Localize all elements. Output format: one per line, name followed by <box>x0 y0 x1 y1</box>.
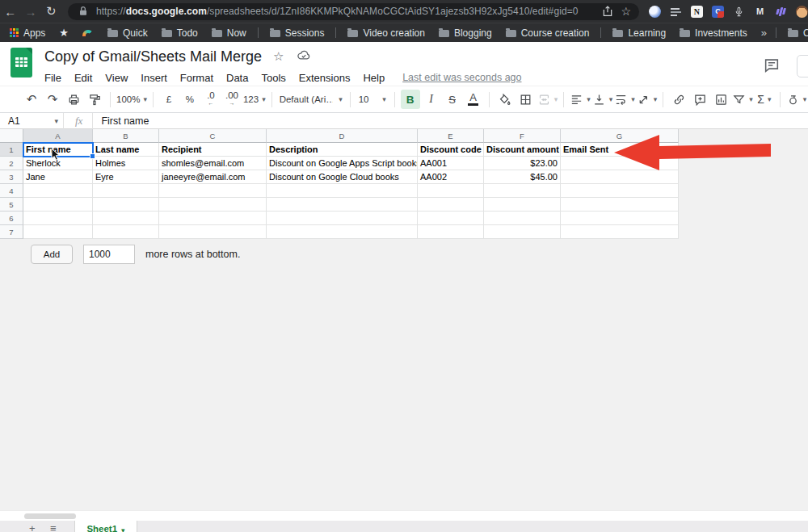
insert-link-icon[interactable] <box>669 90 688 109</box>
strikethrough-button[interactable]: S <box>443 90 462 109</box>
borders-icon[interactable] <box>516 90 536 109</box>
cell-C4[interactable] <box>159 184 267 198</box>
reader-extension-icon[interactable] <box>649 6 661 18</box>
cell-C3[interactable]: janeeyre@email.com <box>159 170 267 184</box>
rows-count-input[interactable] <box>83 245 135 264</box>
horizontal-scrollbar-thumb[interactable] <box>24 513 76 519</box>
cell-F4[interactable] <box>484 184 561 198</box>
sheets-logo-icon[interactable] <box>11 48 32 77</box>
cell-A2[interactable]: Sherlock <box>23 157 93 170</box>
bookmark-blogging[interactable]: Blogging <box>439 27 492 39</box>
text-color-button[interactable]: A <box>464 90 483 109</box>
cell-G1[interactable]: Email Sent <box>561 143 679 157</box>
cell-A5[interactable] <box>23 198 93 212</box>
zoom-select[interactable]: 100% <box>116 90 147 109</box>
cell-G7[interactable] <box>561 225 679 239</box>
menu-extensions[interactable]: Extensions <box>292 72 357 84</box>
cell-D6[interactable] <box>267 212 418 225</box>
share-icon[interactable] <box>600 5 615 18</box>
cell-E7[interactable] <box>418 225 484 239</box>
column-header-D[interactable]: D <box>267 129 418 143</box>
row-header-7[interactable]: 7 <box>0 225 23 239</box>
extra-tool-icon[interactable] <box>786 90 807 109</box>
cell-C1[interactable]: Recipient <box>159 143 267 157</box>
row-header-1[interactable]: 1 <box>0 143 23 157</box>
bookmark-now[interactable]: Now <box>212 27 246 39</box>
bold-button[interactable]: B <box>401 90 420 109</box>
cell-G2[interactable] <box>561 157 679 170</box>
cell-G3[interactable] <box>561 170 679 184</box>
merge-cells-icon[interactable] <box>537 90 558 109</box>
url-text[interactable]: https://docs.google.com/spreadsheets/d/1… <box>96 6 579 17</box>
cloud-saved-icon[interactable] <box>296 48 312 65</box>
last-edit-link[interactable]: Last edit was seconds ago <box>402 72 521 83</box>
cell-E4[interactable] <box>418 184 484 198</box>
cell-B3[interactable]: Eyre <box>93 170 159 184</box>
row-header-5[interactable]: 5 <box>0 198 23 212</box>
column-header-F[interactable]: F <box>484 129 561 143</box>
bookmark-star-icon[interactable] <box>621 4 631 19</box>
cell-G5[interactable] <box>561 198 679 212</box>
bookmark-learning[interactable]: Learning <box>612 27 666 39</box>
cell-E5[interactable] <box>418 198 484 212</box>
bookmark-sessions[interactable]: Sessions <box>270 27 325 39</box>
cell-B5[interactable] <box>93 198 159 212</box>
bookmark-investments[interactable]: Investments <box>680 27 747 39</box>
cell-E6[interactable] <box>418 212 484 225</box>
horizontal-align-icon[interactable] <box>570 90 591 109</box>
cell-E1[interactable]: Discount code <box>418 143 484 157</box>
horizontal-scrollbar[interactable] <box>0 510 808 521</box>
cell-E3[interactable]: AA002 <box>418 170 484 184</box>
cell-D2[interactable]: Discount on Google Apps Script books <box>267 157 418 170</box>
bookmark-apps[interactable]: Apps <box>10 27 45 39</box>
menu-insert[interactable]: Insert <box>134 72 174 84</box>
cell-D3[interactable]: Discount on Google Cloud books <box>267 170 418 184</box>
cell-A1[interactable]: First name <box>23 143 93 157</box>
increase-decimals-button[interactable]: .00 <box>222 90 242 109</box>
filter-icon[interactable] <box>732 90 753 109</box>
column-header-E[interactable]: E <box>418 129 484 143</box>
cell-A7[interactable] <box>23 225 93 239</box>
cell-C6[interactable] <box>159 212 267 225</box>
insert-chart-icon[interactable] <box>711 90 730 109</box>
cell-D5[interactable] <box>267 198 418 212</box>
cell-B4[interactable] <box>93 184 159 198</box>
menu-tools[interactable]: Tools <box>255 72 292 84</box>
cell-B6[interactable] <box>93 212 159 225</box>
grid-corner-button[interactable] <box>0 129 23 143</box>
undo-icon[interactable] <box>22 90 41 109</box>
comment-history-icon[interactable] <box>763 57 781 77</box>
menu-data[interactable]: Data <box>220 72 255 84</box>
cell-F7[interactable] <box>484 225 561 239</box>
audio-wave-extension-icon[interactable] <box>775 6 787 18</box>
name-box[interactable]: A1 <box>0 115 63 127</box>
percent-format-button[interactable]: % <box>180 90 200 109</box>
cell-F1[interactable]: Discount amount <box>484 143 561 157</box>
sheet-tab[interactable]: Sheet1 <box>74 521 137 532</box>
column-header-A[interactable]: A <box>23 129 93 143</box>
paint-format-icon[interactable] <box>85 90 104 109</box>
menu-view[interactable]: View <box>99 72 134 84</box>
cell-A6[interactable] <box>23 212 93 225</box>
reload-icon[interactable] <box>41 4 61 19</box>
add-sheet-icon[interactable] <box>29 522 36 532</box>
menu-format[interactable]: Format <box>174 72 220 84</box>
italic-button[interactable]: I <box>422 90 441 109</box>
m-extension-icon[interactable]: M <box>754 6 766 18</box>
bookmark-rainbow[interactable] <box>82 30 94 36</box>
forward-icon[interactable] <box>20 5 40 19</box>
vertical-align-icon[interactable] <box>592 90 613 109</box>
column-header-G[interactable]: G <box>561 129 679 143</box>
back-icon[interactable] <box>0 5 20 19</box>
text-rotation-icon[interactable] <box>637 90 658 109</box>
cell-D4[interactable] <box>267 184 418 198</box>
cell-F5[interactable] <box>484 198 561 212</box>
currency-format-button[interactable]: £ <box>159 90 179 109</box>
text-wrap-icon[interactable] <box>614 90 635 109</box>
bookmark-star[interactable] <box>59 27 69 39</box>
bookmark-other[interactable]: Other <box>788 27 808 39</box>
functions-icon[interactable]: Σ <box>755 90 774 109</box>
row-header-3[interactable]: 3 <box>0 170 23 184</box>
document-title[interactable]: Copy of Gmail/Sheets Mail Merge <box>44 48 262 65</box>
cell-F3[interactable]: $45.00 <box>484 170 561 184</box>
